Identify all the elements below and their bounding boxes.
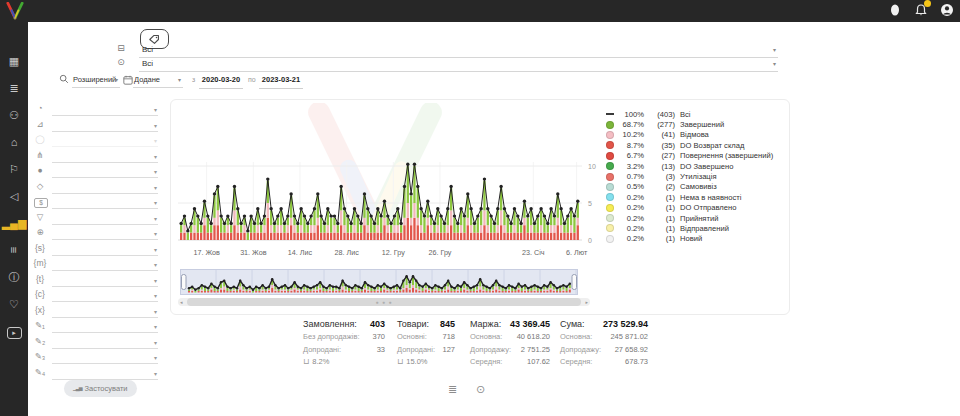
legend-item[interactable]: 0.2%(1)Прийнятий [606,213,784,223]
braces-s-select[interactable]: ▾ [52,243,158,256]
chevron-down-icon: ▾ [154,323,157,330]
legend-item[interactable]: 0.2%(1)Новий [606,234,784,244]
legend-label: Відмова [680,130,709,139]
stat-value: 273 529.94 [603,317,648,331]
legend-count: (403) [649,110,675,119]
legend-label: Утилізація [680,172,717,181]
filter-row-pencil-1: ✎₁▾ [30,320,158,334]
pencil-1-select[interactable]: ▾ [52,320,158,333]
app-logo-icon[interactable] [5,2,25,20]
legend-dot-swatch [606,152,614,160]
globe-select[interactable]: ▾ [52,227,158,240]
legend-line-swatch [606,113,614,115]
filter-row-braces-t: {t}▾ [30,274,158,288]
legend-item[interactable]: 0.7%(3)Утилізація [606,171,784,181]
dashboard-icon[interactable]: ▦ [0,53,28,69]
stat-value: 718 [442,331,455,344]
video-tutorials-icon[interactable]: ▸ [0,323,28,339]
stat-label: Основні: [397,331,427,344]
advanced-search-select[interactable]: Розширений ▾ [72,73,120,88]
braces-c-select[interactable]: ▾ [52,289,158,302]
legend-label: DO Отправлено [680,203,736,212]
legend-item[interactable]: 8.7%(35)DO Возврат склад [606,140,784,150]
branch-select[interactable]: ▾ [52,150,158,163]
identity-select[interactable]: ▾ [52,165,158,178]
search-filter-row: Розширений ▾ Додане ▾ з 2020-03-20 по 20… [56,73,776,88]
scrollbar-handle[interactable]: ● ● ● [187,298,581,306]
pencil-2-select[interactable]: ▾ [52,336,158,349]
package-select[interactable]: ▾ [52,181,158,194]
chart-navigator[interactable] [180,269,578,296]
chart-scrollbar[interactable]: ◂ ● ● ● ▸ [178,298,590,306]
braces-t-icon: {t} [32,274,48,284]
sales-icon[interactable]: ⚐ [0,161,28,177]
filter-row-disabled-circle: ◯▾ [30,134,158,148]
stat-sub-row: Без допродажів:370 [303,331,385,344]
chevron-down-icon: ▾ [154,106,157,113]
stat-sub-row: Середня:107.62 [470,356,550,369]
statistics-icon[interactable]: ▂▄▆ [0,215,28,231]
scroll-right-icon[interactable]: ▸ [585,299,588,305]
currency-select[interactable]: ▾ [52,196,158,209]
app-window: ▦≣⚇⌂⚐◁▂▄▆≡ⓘ♡▸ ⊟ Всі ▾ ⊙ Всі ▾ Розширений… [0,0,960,416]
stat-label: Основна: [470,331,502,344]
topbar-icons [888,3,954,17]
store-icon[interactable]: ⌂ [0,134,28,150]
legend-count: (1) [649,203,675,212]
product-select[interactable]: Всі ▾ [139,57,778,72]
braces-t-select[interactable]: ▾ [52,274,158,287]
orders-timeline-chart[interactable]: 051017. Жов31. Жов14. Лис28. Лис12. Гру2… [178,104,602,264]
account-avatar-icon[interactable] [940,3,954,17]
braces-m-select[interactable]: ▾ [52,258,158,271]
pencil-3-icon: ✎₃ [32,351,48,361]
funnel-select[interactable]: ▾ [52,212,158,225]
basket-icon: ⊔ [397,356,403,369]
globe-icon: ⊕ [32,227,48,237]
date-field-select[interactable]: Додане ▾ [133,73,183,88]
stat-label: Основна: [560,331,592,344]
apply-filters-button[interactable]: ▁▃▅ Застосувати [64,380,137,397]
stat-label: Без допродажів: [303,331,360,344]
braces-x-select[interactable]: ▾ [52,305,158,318]
disabled-circle-select[interactable]: ▾ [52,134,158,147]
info-icon[interactable]: ⓘ [0,269,28,285]
orders-icon[interactable]: ≣ [0,80,28,96]
legend-item[interactable]: 68.7%(277)Завершений [606,119,784,129]
legend-item[interactable]: 0.5%(2)Самовивіз [606,182,784,192]
settings-sliders-icon[interactable]: ≡ [6,236,22,264]
legend-item[interactable]: 3.2%(13)DO Завершено [606,161,784,171]
cube-view-icon[interactable]: ⊙ [476,383,485,396]
legend-label: Самовивіз [680,182,717,191]
legend-item[interactable]: 0.2%(1)Відправлений [606,223,784,233]
legend-item[interactable]: 10.2%(41)Відмова [606,130,784,140]
stat-label: Середня: [560,356,592,369]
date-from-input[interactable]: 2020-03-20 [199,73,243,89]
stat-sub-row: Основна:245 871.02 [560,331,648,344]
sphere-select[interactable]: ▾ [52,103,158,116]
legend-item[interactable]: 0.2%(1)Нема в наявності [606,192,784,202]
notifications-bell-icon[interactable] [914,3,928,17]
list-view-icon[interactable]: ≣ [448,383,457,396]
search-icon[interactable] [56,74,72,86]
user-icon[interactable] [888,3,902,17]
filter-row-braces-m: {m}▾ [30,258,158,272]
legend-item[interactable]: 6.7%(27)Повернення (завершений) [606,151,784,161]
support-icon[interactable]: ♡ [0,296,28,312]
stat-value: 107.62 [527,356,550,369]
ruler-select[interactable]: ▾ [52,119,158,132]
stat-sub-row: Допродажу:2 751.25 [470,344,550,357]
pencil-4-select[interactable]: ▾ [52,367,158,380]
chevron-down-icon: ▾ [154,215,157,222]
legend-item[interactable]: 0.2%(1)DO Отправлено [606,203,784,213]
legend-percent: 8.7% [618,141,644,150]
pencil-3-select[interactable]: ▾ [52,351,158,364]
legend-percent: 3.2% [618,162,644,171]
clients-icon[interactable]: ⚇ [0,107,28,123]
collection-select[interactable]: Всі ▾ [139,43,778,58]
marketing-icon[interactable]: ◁ [0,188,28,204]
legend-dot-swatch [606,214,614,222]
legend-item[interactable]: 100%(403)Всі [606,109,784,119]
chevron-down-icon: ▾ [154,261,157,268]
scroll-left-icon[interactable]: ◂ [180,299,183,305]
date-to-input[interactable]: 2023-03-21 [259,73,303,89]
